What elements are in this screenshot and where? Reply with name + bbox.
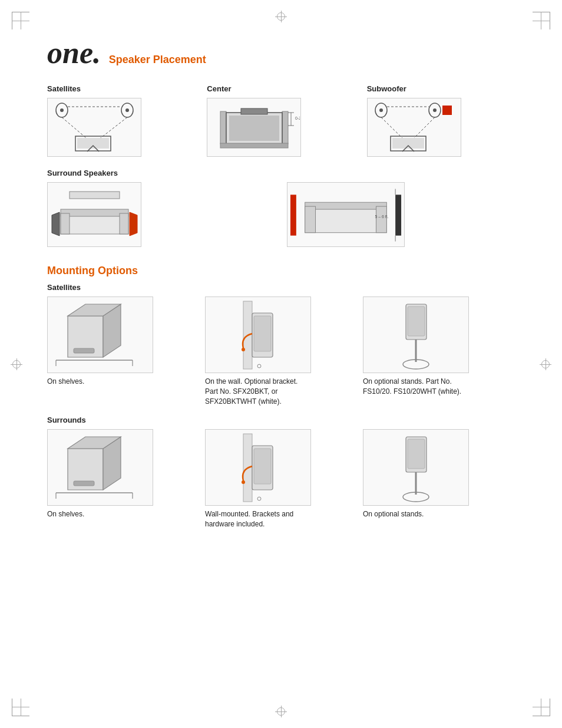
mounting-satellites-heading: Satellites xyxy=(47,283,515,292)
svg-rect-58 xyxy=(408,307,425,336)
subwoofer-item: Subwoofer xyxy=(367,84,515,157)
svg-rect-23 xyxy=(442,106,452,115)
svg-rect-67 xyxy=(74,481,94,486)
satellites-item: Satellites xyxy=(47,84,195,157)
surround-diagram2: 5 – 6 ft. xyxy=(287,182,405,247)
reg-mark-bottom xyxy=(275,706,287,717)
reg-mark-left xyxy=(11,358,22,370)
svg-rect-31 xyxy=(61,209,128,216)
subwoofer-diagram xyxy=(367,98,461,157)
corner-mark-br xyxy=(533,699,550,716)
title-sub: Speaker Placement xyxy=(109,54,206,65)
sat-wall-item: On the wall. Optional bracket. Part No. … xyxy=(205,297,357,406)
svg-point-3 xyxy=(125,108,129,112)
svg-rect-32 xyxy=(61,213,70,234)
svg-text:0-2 ft.: 0-2 ft. xyxy=(295,116,300,120)
svg-text:5 – 6 ft.: 5 – 6 ft. xyxy=(375,215,389,219)
vrule-bl xyxy=(21,699,21,716)
svg-rect-41 xyxy=(376,206,386,233)
satellites-heading: Satellites xyxy=(47,84,195,93)
svg-rect-9 xyxy=(220,111,226,144)
svg-point-72 xyxy=(257,497,261,500)
svg-point-22 xyxy=(433,108,437,112)
svg-point-55 xyxy=(242,348,245,351)
surround-row: 5 – 6 ft. xyxy=(47,182,515,247)
sat-wall-caption: On the wall. Optional bracket. Part No. … xyxy=(205,377,311,406)
sat-stand-item: On optional stands. Part No. FS10/20. FS… xyxy=(363,297,515,406)
svg-rect-33 xyxy=(120,213,128,234)
svg-rect-8 xyxy=(77,138,109,149)
svg-marker-34 xyxy=(52,212,59,236)
sur-shelf-item: On shelves. xyxy=(47,429,199,529)
sur-wall-caption: Wall-mounted. Brackets and hardware incl… xyxy=(205,509,311,529)
svg-rect-51 xyxy=(74,348,94,353)
svg-point-71 xyxy=(242,480,245,484)
subwoofer-heading: Subwoofer xyxy=(367,84,515,93)
center-item: Center 0-2 ft. xyxy=(207,84,355,157)
vrule-tr xyxy=(541,12,541,29)
mounting-surrounds-heading: Surrounds xyxy=(47,416,515,424)
sur-stand-diagram xyxy=(363,429,469,506)
svg-rect-12 xyxy=(229,116,279,141)
sur-shelf-caption: On shelves. xyxy=(47,509,153,519)
mounting-satellites-row: On shelves. On the wall. Optional br xyxy=(47,297,515,406)
svg-rect-40 xyxy=(305,206,316,233)
sat-wall-diagram xyxy=(205,297,311,373)
svg-rect-13 xyxy=(241,108,267,114)
vrule-tl xyxy=(21,12,21,29)
page-title: one. Speaker Placement xyxy=(47,35,515,70)
reg-mark-right xyxy=(540,358,551,370)
sur-wall-diagram xyxy=(205,429,311,506)
sat-shelf-diagram xyxy=(47,297,153,373)
surround-diagram2-item: 5 – 6 ft. xyxy=(287,182,515,247)
sur-stand-caption: On optional stands. xyxy=(363,509,469,519)
svg-rect-74 xyxy=(408,439,425,469)
svg-rect-37 xyxy=(395,195,401,235)
svg-rect-18 xyxy=(220,143,288,148)
svg-rect-29 xyxy=(70,192,120,199)
svg-rect-54 xyxy=(254,316,271,351)
sat-shelf-caption: On shelves. xyxy=(47,377,153,387)
satellites-diagram xyxy=(47,98,141,157)
svg-point-20 xyxy=(379,108,383,112)
surround-heading: Surround Speakers xyxy=(47,169,515,177)
hrule-tr xyxy=(533,21,550,21)
placement-row: Satellites xyxy=(47,84,515,157)
surround-diagram1 xyxy=(47,182,141,247)
svg-point-1 xyxy=(60,108,64,112)
page: one. Speaker Placement Satellites xyxy=(0,0,562,728)
center-heading: Center xyxy=(207,84,355,93)
sur-wall-item: Wall-mounted. Brackets and hardware incl… xyxy=(205,429,357,529)
svg-point-56 xyxy=(257,364,261,368)
center-diagram: 0-2 ft. xyxy=(207,98,301,157)
sur-stand-item: On optional stands. xyxy=(363,429,515,529)
reg-mark-top xyxy=(275,11,287,22)
hrule-br xyxy=(533,707,550,707)
mounting-surrounds-row: On shelves. Wall-mounted. Brackets and h… xyxy=(47,429,515,529)
mounting-options-heading: Mounting Options xyxy=(47,265,515,277)
title-one: one. xyxy=(47,36,101,70)
svg-rect-70 xyxy=(254,449,271,484)
svg-rect-28 xyxy=(392,138,424,149)
svg-rect-36 xyxy=(290,195,296,235)
svg-marker-35 xyxy=(130,212,137,236)
sur-shelf-diagram xyxy=(47,429,153,506)
surround-diagram1-item xyxy=(47,182,275,247)
svg-rect-10 xyxy=(282,111,288,144)
sat-stand-diagram xyxy=(363,297,469,373)
sat-stand-caption: On optional stands. Part No. FS10/20. FS… xyxy=(363,377,469,397)
sat-shelf-item: On shelves. xyxy=(47,297,199,406)
svg-rect-38 xyxy=(305,206,387,233)
vrule-br xyxy=(541,699,541,716)
svg-rect-39 xyxy=(305,202,387,209)
